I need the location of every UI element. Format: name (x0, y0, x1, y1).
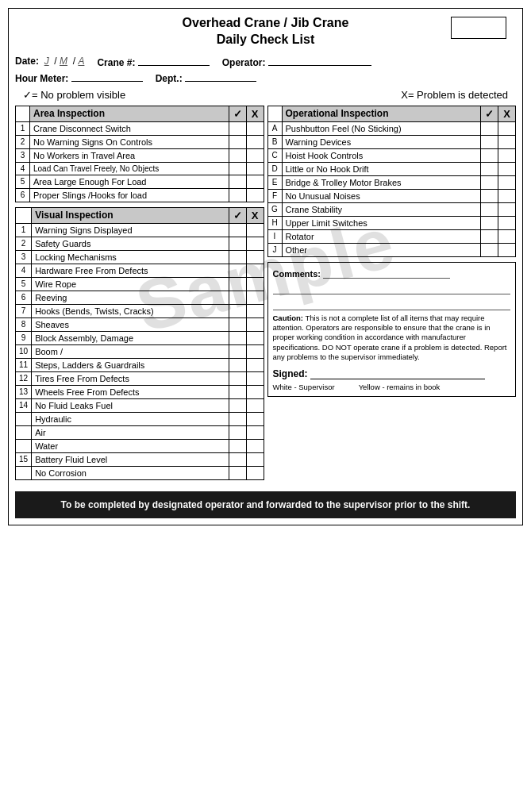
table-row: 6 Proper Slings /Hooks for load (16, 188, 264, 202)
table-row: 8 Sheaves (16, 317, 264, 331)
operational-inspection-table: Operational Inspection ✓ X A Pushbutton … (267, 106, 517, 257)
table-row: 10 Boom / (16, 344, 264, 358)
table-row: A Pushbutton Feel (No Sticking) (267, 121, 516, 135)
table-row: 4 Load Can Travel Freely, No Objects (16, 162, 264, 175)
footer-bar: To be completed by designated operator a… (15, 491, 516, 518)
copy-info: White - Supervisor Yellow - remains in b… (273, 383, 511, 391)
table-row: Air (16, 425, 264, 439)
visual-inspection-header-row: Visual Inspection ✓ X (16, 207, 264, 223)
id-box (451, 17, 506, 39)
table-row: G Crane Stability (267, 202, 516, 216)
crane-field: Crane #: (97, 55, 209, 68)
form-row-1: Date: J / M / A Crane #: Operator: (15, 55, 516, 68)
comments-label: Comments: (273, 267, 511, 279)
legend-check: ✓= No problem visible (23, 89, 125, 101)
visual-check-header: ✓ (229, 207, 246, 223)
operator-field: Operator: (222, 55, 371, 68)
form-row-2: Hour Meter: Dept.: (15, 71, 516, 84)
table-row: C Hoist Hook Controls (267, 148, 516, 162)
table-row: 11 Steps, Ladders & Guardrails (16, 358, 264, 371)
table-row: 6 Reeving (16, 291, 264, 304)
area-num-header (16, 106, 30, 121)
yellow-copy-label: Yellow - remains in book (359, 383, 441, 391)
table-row: 15 Battery Fluid Level (16, 452, 264, 466)
table-row: No Corrosion (16, 466, 264, 479)
table-row: 3 No Workers in Travel Area (16, 148, 264, 162)
table-row: B Warning Devices (267, 135, 516, 148)
table-row: 12 Tires Free From Defects (16, 371, 264, 385)
table-row: 13 Wheels Free From Defects (16, 385, 264, 398)
table-row: 5 Wire Rope (16, 277, 264, 291)
table-row: J Other (267, 243, 516, 256)
table-row: 2 Safety Guards (16, 237, 264, 250)
table-row: D Little or No Hook Drift (267, 162, 516, 175)
comments-line-1[interactable] (273, 282, 511, 294)
table-row: 4 Hardware Free From Defects (16, 264, 264, 277)
operational-check-header: ✓ (481, 106, 498, 121)
table-row: 2 No Warning Signs On Controls (16, 135, 264, 148)
header: Overhead Crane / Jib Crane Daily Check L… (15, 15, 516, 48)
table-row: 1 Warning Signs Displayed (16, 223, 264, 237)
right-column: Operational Inspection ✓ X A Pushbutton … (267, 106, 517, 485)
table-row: 9 Block Assembly, Damage (16, 331, 264, 344)
legend: ✓= No problem visible X= Problem is dete… (15, 89, 516, 101)
area-check-header: ✓ (229, 106, 246, 121)
table-row: 1 Crane Disconnect Switch (16, 121, 264, 135)
table-row: 14 No Fluid Leaks Fuel (16, 398, 264, 412)
dept-field: Dept.: (156, 71, 256, 84)
visual-inspection-title: Visual Inspection (32, 207, 229, 223)
comments-box: Comments: Caution: This is not a complet… (267, 262, 517, 398)
table-row: Hydraulic (16, 412, 264, 425)
operational-inspection-title: Operational Inspection (282, 106, 481, 121)
signed-section: Signed: (273, 368, 511, 379)
left-column: Area Inspection ✓ X 1 Crane Disconnect S… (15, 106, 264, 485)
comments-line-2[interactable] (273, 298, 511, 310)
table-row: Water (16, 439, 264, 452)
page-container: Sample Overhead Crane / Jib Crane Daily … (8, 8, 523, 525)
table-row: 5 Area Large Enough For Load (16, 175, 264, 188)
table-row: 3 Locking Mechanisms (16, 250, 264, 264)
main-grid: Area Inspection ✓ X 1 Crane Disconnect S… (15, 106, 516, 485)
table-row: E Bridge & Trolley Motor Brakes (267, 175, 516, 189)
table-row: F No Unusual Noises (267, 189, 516, 202)
signed-line[interactable] (310, 368, 485, 379)
table-row: I Rotator (267, 229, 516, 243)
visual-x-header: X (246, 207, 264, 223)
visual-inspection-table: Visual Inspection ✓ X 1 Warning Signs Di… (15, 207, 264, 480)
white-copy-label: White - Supervisor (273, 383, 335, 391)
caution-text: Caution: This is not a complete list of … (273, 314, 511, 363)
legend-x: X= Problem is detected (401, 89, 508, 101)
date-label: Date: J / M / A (15, 56, 84, 67)
area-inspection-table: Area Inspection ✓ X 1 Crane Disconnect S… (15, 106, 264, 202)
hour-field: Hour Meter: (15, 71, 143, 84)
table-row: H Upper Limit Switches (267, 216, 516, 229)
table-row: 7 Hooks (Bends, Twists, Cracks) (16, 304, 264, 317)
footer-text: To be completed by designated operator a… (61, 499, 471, 510)
area-x-header: X (246, 106, 264, 121)
area-inspection-header-row: Area Inspection ✓ X (16, 106, 264, 121)
operational-x-header: X (498, 106, 516, 121)
operational-header-row: Operational Inspection ✓ X (267, 106, 516, 121)
area-inspection-title: Area Inspection (30, 106, 229, 121)
form-fields: Date: J / M / A Crane #: Operator: Hour … (15, 55, 516, 84)
page-title: Overhead Crane / Jib Crane Daily Check L… (15, 15, 516, 48)
